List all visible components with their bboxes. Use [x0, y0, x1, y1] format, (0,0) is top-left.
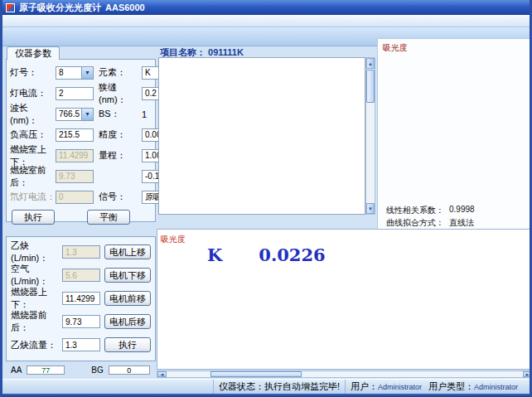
status-instrument: 仪器状态： 执行自动增益完毕!	[213, 380, 345, 394]
air-label: 空气(L/min)：	[11, 263, 62, 288]
scroll-up-icon[interactable]: ▲	[366, 58, 375, 69]
motor-up-button[interactable]: 电机上移	[104, 244, 151, 259]
scroll-left-icon[interactable]: ◄	[157, 371, 167, 377]
lamp-no-select[interactable]: 8▼	[56, 66, 94, 80]
aa-progress-bar: 77	[27, 366, 65, 375]
acetylene-flow-input[interactable]: 1.3	[62, 338, 100, 351]
chart-scrollbar: ◄ ►	[157, 370, 532, 378]
scroll-right-icon[interactable]: ►	[523, 371, 532, 377]
motor-back-button[interactable]: 电机后移	[104, 314, 151, 329]
results-table	[158, 57, 365, 215]
lamp-current-label: 灯电流：	[10, 87, 56, 99]
window-subtitle: AAS6000	[105, 2, 145, 12]
project-name: 091111K	[208, 47, 244, 57]
fit-method-label: 曲线拟合方式：	[386, 217, 444, 229]
acetylene-input: 1.3	[62, 245, 100, 259]
d2-current-input: 0	[56, 191, 94, 204]
d2-current-label: 氘灯电流：	[10, 191, 56, 203]
burner-ud-label: 燃烧器上下：	[11, 286, 62, 311]
element-label: 元素：	[99, 66, 142, 79]
air-input: 5.6	[62, 269, 100, 282]
instrument-status-label: 仪器状态：	[219, 380, 264, 393]
bg-label: BG	[91, 366, 103, 375]
chevron-down-icon[interactable]: ▼	[81, 67, 93, 79]
corr-coef-value: 0.9998	[449, 205, 475, 216]
chevron-down-icon[interactable]: ▼	[81, 109, 93, 120]
dynamic-chart-panel: 吸光度 K 0.0226	[157, 229, 532, 370]
range-label: 量程：	[99, 149, 142, 162]
hscroll-thumb[interactable]	[210, 371, 302, 377]
window-border-bottom	[2, 394, 530, 397]
user-type-value: Administrator	[474, 383, 518, 391]
acetylene-flow-label: 乙炔流量：	[11, 339, 62, 351]
status-interlocks	[2, 380, 213, 394]
bs-label: BS：	[99, 108, 142, 120]
energy-indicator-row: AA 77 BG 0	[6, 365, 156, 375]
slit-label: 狭缝(nm)：	[99, 81, 142, 106]
chamber-fb-label: 燃烧室前后：	[10, 164, 56, 189]
wavelength-label: 波长(nm)：	[10, 102, 56, 127]
table-scrollbar: ▲ ▼	[365, 57, 375, 215]
status-user: 用户： Administrator 用户类型： Administrator	[345, 380, 530, 394]
fit-method-value: 直线法	[449, 217, 474, 229]
project-label: 项目名称：	[160, 47, 206, 57]
flame-execute-button[interactable]: 执行	[104, 337, 151, 352]
burner-fb-input[interactable]: 9.73	[62, 315, 100, 328]
balance-button[interactable]: 平衡	[87, 210, 130, 225]
dynamic-chart	[157, 230, 532, 369]
window-title: 原子吸收分光光度计	[19, 2, 101, 14]
neg-hv-label: 负高压：	[10, 128, 56, 141]
burner-fb-label: 燃烧器前后：	[11, 309, 62, 334]
burner-ud-input[interactable]: 11.4299	[62, 292, 100, 305]
aa-label: AA	[11, 366, 22, 375]
chamber-fb-input: 9.73	[56, 170, 94, 183]
chamber-ud-input: 11.4299	[56, 149, 94, 162]
bg-value-box: 0	[109, 366, 150, 375]
title-bar: 原子吸收分光光度计 AAS6000	[2, 0, 530, 15]
user-label: 用户：	[351, 380, 378, 393]
scroll-thumb[interactable]	[366, 70, 375, 103]
corr-coef-label: 线性相关系数：	[386, 205, 444, 216]
execute-button[interactable]: 执行	[12, 210, 55, 225]
app-icon	[6, 3, 15, 12]
acetylene-label: 乙炔(L/min)：	[11, 240, 62, 264]
wavelength-select[interactable]: 766.5▼	[56, 108, 94, 121]
user-type-label: 用户类型：	[428, 380, 474, 393]
calibration-panel: 吸光度 线性相关系数： 0.9998 曲线拟合方式： 直线法	[377, 38, 532, 232]
instrument-params-panel: 灯号： 8▼ 元素： K▼ 灯电流： 2 狭缝(nm)： 0.2▼ 波长(nm)…	[6, 59, 156, 222]
scroll-down-icon[interactable]: ▼	[366, 203, 375, 214]
tab-instrument-params[interactable]: 仪器参数	[7, 46, 60, 60]
lamp-current-input[interactable]: 2	[56, 87, 94, 100]
neg-hv-input[interactable]: 215.5	[56, 128, 94, 142]
bs-value: 1	[142, 109, 147, 119]
precision-label: 精度：	[99, 128, 142, 141]
status-bar: 仪器状态： 执行自动增益完毕! 用户： Administrator 用户类型： …	[2, 379, 530, 394]
signal-label: 信号：	[99, 191, 142, 203]
user-value: Administrator	[378, 383, 422, 391]
motor-forward-button[interactable]: 电机前移	[104, 291, 151, 306]
instrument-status-value: 执行自动增益完毕!	[264, 380, 340, 393]
app-window: 原子吸收分光光度计 AAS6000 仪器参数 灯号： 8▼ 元素： K▼ 灯电流…	[0, 0, 532, 397]
menu-bar	[2, 15, 530, 27]
calibration-chart	[378, 51, 531, 201]
lamp-no-label: 灯号：	[10, 66, 56, 79]
motor-down-button[interactable]: 电机下移	[104, 268, 151, 283]
aa-progress-value: 77	[27, 366, 64, 374]
flame-params-panel: 乙炔(L/min)： 1.3 电机上移 空气(L/min)： 5.6 电机下移 …	[6, 236, 156, 361]
